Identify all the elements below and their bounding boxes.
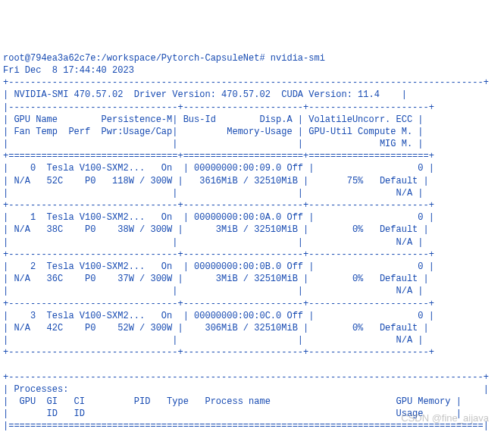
watermark: CSDN @fine_aijava <box>401 412 489 425</box>
terminal-output: root@794ea3a62c7e:/workspace/Pytorch-Cap… <box>3 52 501 433</box>
